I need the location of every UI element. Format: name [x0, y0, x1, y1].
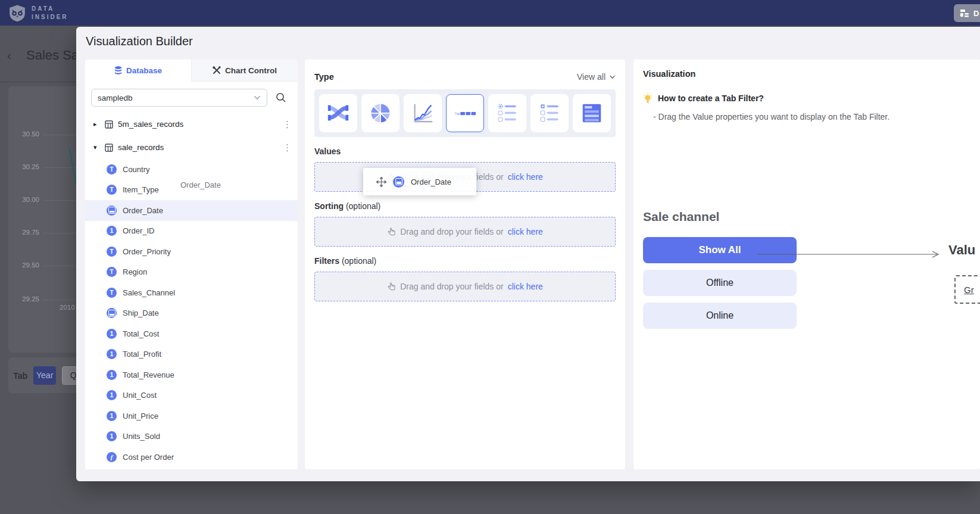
dropzone-click-here-link[interactable]: click here: [508, 172, 543, 182]
dragging-field-chip[interactable]: Order_Date: [363, 168, 476, 195]
table-row-sale-records[interactable]: ▾ sale_records ⋮: [85, 136, 298, 159]
field-label: Item_Type: [123, 185, 159, 194]
sorting-dropzone[interactable]: Drag and drop your fields or click here: [314, 217, 616, 247]
chart-type-sankey[interactable]: [319, 94, 357, 132]
tab-database-label: Database: [126, 66, 162, 75]
move-cursor-icon: [376, 177, 386, 187]
option-online[interactable]: Online: [643, 303, 797, 329]
panel-tabs: Database Chart Control: [85, 60, 298, 82]
filters-dropzone[interactable]: Drag and drop your fields or click here: [314, 272, 616, 301]
database-search-row: sampledb: [91, 89, 292, 107]
text-field-icon: T: [107, 288, 117, 298]
y-axis-tick: 29.50: [13, 261, 39, 269]
tab-database[interactable]: Database: [85, 60, 191, 82]
date-field-icon: [107, 308, 117, 318]
checkbox-list-icon: [537, 101, 562, 126]
field-row-units-sold[interactable]: 1Units_Sold: [85, 426, 298, 447]
number-field-icon: 1: [107, 370, 117, 380]
kebab-menu-icon[interactable]: ⋮: [283, 120, 292, 129]
dropzone-click-here-link[interactable]: click here: [508, 227, 543, 236]
sorting-section: Sorting (optional) Drag and drop your fi…: [314, 201, 616, 247]
back-chevron-icon[interactable]: ‹: [7, 48, 11, 63]
field-row-sales-channel[interactable]: TSales_Channel: [85, 282, 298, 303]
field-row-order-priority[interactable]: TOrder_Priority: [85, 241, 298, 262]
table-icon: [105, 120, 113, 129]
field-label: Country: [123, 165, 150, 174]
field-label: Ship_Date: [123, 309, 159, 317]
dashboard-button[interactable]: D: [954, 4, 980, 22]
hand-pointer-icon: [387, 282, 396, 291]
dropzone-hint: Drag and drop your fields or: [400, 282, 504, 291]
database-select[interactable]: sampledb: [91, 89, 267, 107]
chart-type-pie[interactable]: [361, 94, 400, 132]
field-row-unit-price[interactable]: 1Unit_Price: [85, 406, 298, 426]
chart-type-radio-list[interactable]: [488, 94, 526, 132]
table-icon: [105, 144, 113, 152]
period-tab-year[interactable]: Year: [33, 366, 56, 385]
caret-down-icon[interactable]: ▾: [93, 144, 100, 151]
y-axis-tick: 30.25: [13, 163, 39, 170]
filters-section: Filters (optional) Drag and drop your fi…: [314, 256, 616, 301]
period-tab-tab[interactable]: Tab: [13, 370, 27, 381]
drag-chip-label: Order_Date: [411, 177, 451, 186]
field-row-total-revenue[interactable]: 1Total_Revenue: [85, 365, 298, 385]
y-axis-tick: 29.75: [13, 229, 39, 236]
field-label: Total_Cost: [123, 329, 159, 338]
tab-chart-control[interactable]: Chart Control: [191, 60, 298, 82]
chart-type-tab-filter[interactable]: Tab: [446, 94, 484, 132]
values-label: Values: [314, 147, 616, 157]
chevron-down-icon: [254, 95, 261, 100]
annotation-value-label: Valu: [948, 242, 975, 258]
field-row-region[interactable]: TRegion: [85, 262, 298, 283]
option-offline[interactable]: Offline: [643, 270, 797, 296]
dashboard-button-label: D: [973, 9, 979, 18]
field-row-total-cost[interactable]: 1Total_Cost: [85, 323, 298, 344]
kebab-menu-icon[interactable]: ⋮: [283, 143, 292, 152]
y-axis-tick: 30.00: [13, 196, 39, 203]
field-row-ship-date[interactable]: Ship_Date: [85, 303, 298, 324]
field-row-country[interactable]: TCountry: [85, 159, 298, 180]
hand-pointer-icon: [387, 227, 396, 236]
search-icon[interactable]: [276, 92, 286, 103]
number-field-icon: 1: [107, 349, 117, 359]
field-label: Order_Date: [123, 206, 163, 215]
chart-type-checkbox-list[interactable]: [530, 94, 569, 132]
dropzone-hint: Drag and drop your fields or: [400, 227, 504, 236]
text-field-icon: T: [107, 185, 117, 195]
function-field-icon: f: [107, 452, 117, 462]
radio-list-icon: [495, 101, 520, 126]
annotation-arrow: [757, 250, 945, 259]
annotation-group-link[interactable]: Gr: [964, 285, 974, 295]
app-name-line2: INSIDER: [32, 13, 68, 21]
database-panel: Database Chart Control sampledb: [85, 60, 298, 469]
table-name: sale_records: [118, 143, 164, 152]
number-field-icon: 1: [107, 226, 117, 236]
pie-chart-icon: [368, 101, 393, 126]
view-all-label: View all: [577, 72, 606, 82]
chart-type-table[interactable]: [573, 94, 611, 132]
app-name-line1: DATA: [32, 5, 68, 13]
tools-icon: [213, 66, 221, 74]
tip-body: - Drag the Value properties you want to …: [653, 112, 970, 122]
filters-label: Filters (optional): [314, 256, 616, 267]
number-field-icon: 1: [107, 329, 117, 339]
background-page-title: Sales Sa: [26, 48, 79, 63]
field-row-unit-cost[interactable]: 1Unit_Cost: [85, 385, 298, 406]
field-row-order-date[interactable]: Order_Date: [85, 200, 298, 221]
visualization-title: Visualization: [643, 69, 970, 79]
caret-right-icon[interactable]: ▸: [93, 120, 100, 128]
annotation-group-box: Gr: [954, 275, 980, 304]
line-chart-icon: [410, 101, 435, 126]
field-row-total-profit[interactable]: 1Total_Profit: [85, 344, 298, 365]
field-row-cost-per-order[interactable]: fCost per Order: [85, 447, 298, 468]
divider: [0, 82, 83, 82]
dashboard-icon: [960, 8, 969, 18]
screen: DATA INSIDER D ‹ Sales Sa 30.50: [0, 0, 980, 514]
table-row-5m-sales-records[interactable]: ▸ 5m_sales_records ⋮: [85, 113, 298, 136]
chart-type-line[interactable]: [404, 94, 442, 132]
view-all-button[interactable]: View all: [577, 72, 616, 82]
app-name: DATA INSIDER: [32, 5, 68, 21]
field-row-order-id[interactable]: 1Order_ID: [85, 221, 298, 242]
dropzone-click-here-link[interactable]: click here: [508, 282, 543, 291]
sankey-chart-icon: [326, 101, 351, 126]
